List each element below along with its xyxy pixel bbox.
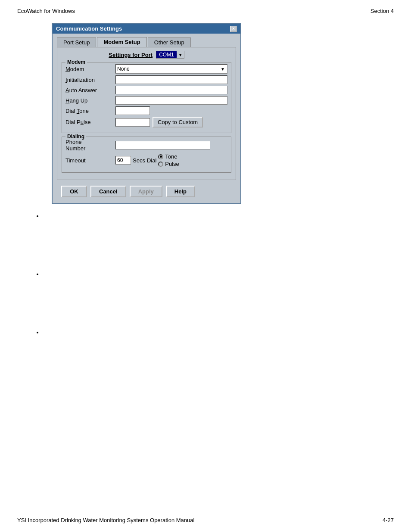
settings-port-row: Settings for Port COM1 ▼ — [62, 51, 231, 59]
dial-tone-label: Dial Tone — [65, 108, 113, 114]
bullet-item-3 — [43, 329, 394, 336]
secs-label: Secs — [133, 157, 145, 164]
pulse-label: Pulse — [165, 161, 179, 167]
dialing-group: Dialing PhoneNumber Timeout 60 Secs Dial — [62, 137, 231, 173]
bullet-item-2 — [43, 271, 394, 277]
hang-up-input[interactable] — [115, 96, 227, 105]
footer-right: 4-27 — [383, 517, 394, 523]
initialization-row: Initialization — [65, 75, 227, 84]
dialog-body: Port Setup Modem Setup Other Setup Setti… — [53, 34, 240, 203]
auto-answer-row: Auto Answer — [65, 86, 227, 94]
initialization-label: Initialization — [65, 77, 113, 83]
pulse-radio[interactable] — [158, 162, 163, 167]
modem-select-arrow: ▼ — [220, 67, 226, 72]
dial-type-radio-group: Tone Pulse — [158, 153, 179, 167]
auto-answer-label: Auto Answer — [65, 87, 113, 93]
tone-label: Tone — [165, 153, 177, 160]
button-row: OK Cancel Apply Help — [57, 182, 236, 199]
tone-radio-item[interactable]: Tone — [158, 153, 179, 160]
settings-port-label: Settings for Port — [109, 52, 153, 58]
dialing-group-legend: Dialing — [65, 134, 86, 140]
pulse-radio-item[interactable]: Pulse — [158, 161, 179, 167]
cancel-button[interactable]: Cancel — [90, 186, 126, 197]
modem-group-legend: Modem — [65, 59, 87, 65]
port-value: COM1 — [156, 51, 177, 58]
header-right: Section 4 — [371, 8, 394, 14]
initialization-input[interactable] — [115, 75, 227, 84]
header-left: EcoWatch for Windows — [17, 8, 75, 14]
phone-number-input[interactable] — [115, 141, 210, 149]
dial-pulse-row: Dial Pulse Copy to Custom — [65, 117, 227, 128]
footer-left: YSI Incorporated Drinking Water Monitori… — [17, 517, 194, 523]
dial-tone-input[interactable] — [115, 106, 150, 115]
dial-label: Dial — [147, 157, 156, 164]
dialog-titlebar: Communication Settings × — [53, 24, 240, 34]
apply-button[interactable]: Apply — [130, 186, 162, 197]
modem-select[interactable]: None ▼ — [115, 64, 227, 74]
dial-pulse-input[interactable] — [115, 118, 150, 127]
modem-row: Modem None ▼ — [65, 64, 227, 74]
hang-up-row: Hang Up — [65, 96, 227, 105]
phone-number-row: PhoneNumber — [65, 139, 227, 152]
copy-to-custom-button[interactable]: Copy to Custom — [153, 117, 203, 128]
port-select[interactable]: COM1 ▼ — [156, 51, 184, 59]
tab-other-setup[interactable]: Other Setup — [148, 37, 191, 47]
timeout-controls: 60 Secs Dial Tone Pulse — [115, 153, 179, 167]
timeout-row: Timeout 60 Secs Dial Tone — [65, 153, 227, 167]
ok-button[interactable]: OK — [61, 186, 87, 197]
close-button[interactable]: × — [230, 26, 237, 32]
dial-tone-row: Dial Tone — [65, 106, 227, 115]
tab-port-setup[interactable]: Port Setup — [57, 37, 96, 47]
communication-settings-dialog: Communication Settings × Port Setup Mode… — [52, 23, 241, 204]
help-button[interactable]: Help — [166, 186, 195, 197]
timeout-label: Timeout — [65, 157, 113, 164]
bullet-list — [43, 213, 394, 336]
page-footer: YSI Incorporated Drinking Water Monitori… — [0, 517, 411, 523]
dialog-title: Communication Settings — [56, 25, 122, 32]
dial-pulse-label: Dial Pulse — [65, 119, 113, 125]
modem-group: Modem Modem None ▼ Initialization — [62, 62, 231, 133]
timeout-input[interactable]: 60 — [115, 156, 131, 165]
settings-area: Settings for Port COM1 ▼ Modem Modem Non… — [57, 47, 236, 180]
tone-radio[interactable] — [158, 154, 163, 159]
tab-modem-setup[interactable]: Modem Setup — [97, 37, 146, 47]
auto-answer-input[interactable] — [115, 86, 227, 94]
port-select-arrow[interactable]: ▼ — [177, 53, 184, 57]
modem-label: Modem — [65, 66, 113, 72]
bullet-item-1 — [43, 213, 394, 219]
phone-number-label: PhoneNumber — [65, 139, 113, 152]
hang-up-label: Hang Up — [65, 97, 113, 104]
tabs-row: Port Setup Modem Setup Other Setup — [57, 37, 236, 47]
